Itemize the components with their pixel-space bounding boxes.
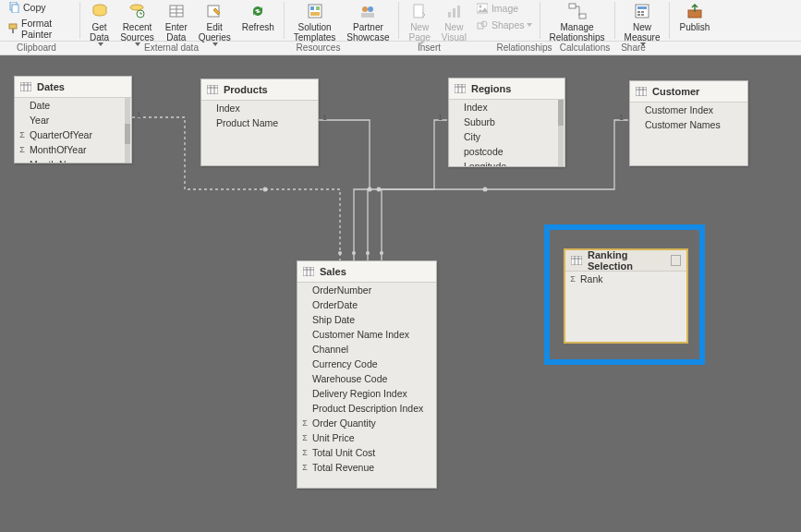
ribbon-group-external-data: Get Data Recent Sources Enter Data Edit … <box>80 0 284 41</box>
svg-rect-31 <box>637 11 640 13</box>
model-canvas[interactable]: 1 1 1 1 Dates DateYearΣQuarterOfYearΣMon… <box>0 55 801 532</box>
field-label: Month Name <box>30 159 85 163</box>
field-row[interactable]: Year <box>15 113 131 127</box>
sigma-icon: Σ <box>18 130 27 139</box>
new-visual-button[interactable]: New Visual <box>436 0 472 42</box>
field-row[interactable]: Month Name <box>15 157 131 163</box>
field-label: Total Revenue <box>312 462 374 473</box>
new-measure-button[interactable]: New Measure <box>619 0 666 46</box>
dropdown-icon <box>418 42 423 46</box>
field-row[interactable]: Delivery Region Index <box>297 386 436 401</box>
cardinality-label: 1 <box>322 113 327 122</box>
table-header[interactable]: Dates <box>15 77 131 98</box>
manage-relationships-button[interactable]: Manage Relationships <box>544 0 611 42</box>
table-regions[interactable]: Regions IndexSuburbCitypostcodeLongitude <box>448 78 565 167</box>
field-row[interactable]: OrderDate <box>297 297 436 312</box>
field-row[interactable]: ΣRank <box>565 272 686 286</box>
enter-data-icon <box>167 2 186 20</box>
refresh-icon <box>249 2 267 20</box>
field-row[interactable]: City <box>449 129 564 144</box>
dropdown-icon <box>212 42 218 46</box>
field-row[interactable]: Customer Names <box>630 117 747 132</box>
ribbon: Copy Format Painter Get Data Recent Sour… <box>0 0 801 42</box>
field-row[interactable]: Customer Name Index <box>297 327 436 342</box>
partner-showcase-button[interactable]: Partner Showcase <box>341 0 394 42</box>
field-row[interactable]: ΣTotal Revenue <box>297 460 436 475</box>
refresh-button[interactable]: Refresh <box>237 0 280 32</box>
scrollbar[interactable] <box>125 98 130 163</box>
svg-rect-2 <box>9 24 17 29</box>
table-header[interactable]: Products <box>201 79 318 101</box>
edit-queries-button[interactable]: Edit Queries <box>193 0 237 46</box>
group-label-relationships: Relationships <box>492 42 557 54</box>
sigma-icon: Σ <box>18 145 27 154</box>
field-row[interactable]: Warehouse Code <box>297 371 436 386</box>
maximize-icon[interactable] <box>671 255 681 266</box>
field-row[interactable]: Date <box>15 98 131 113</box>
enter-data-label: Enter Data <box>165 22 188 42</box>
field-label: Ship Date <box>312 314 355 325</box>
scroll-thumb[interactable] <box>125 124 130 144</box>
table-title: Ranking Selection <box>588 249 671 272</box>
new-page-icon <box>410 2 429 20</box>
table-fields: DateYearΣQuarterOfYearΣMonthOfYearMonth … <box>15 98 131 163</box>
table-header[interactable]: Sales <box>297 261 436 283</box>
field-row[interactable]: Currency Code <box>297 357 436 371</box>
table-header[interactable]: Customer <box>630 81 747 103</box>
field-row[interactable]: Customer Index <box>630 103 747 117</box>
recent-sources-button[interactable]: Recent Sources <box>115 0 160 46</box>
scroll-thumb[interactable] <box>558 100 564 126</box>
field-row[interactable]: Index <box>201 101 318 115</box>
table-dates[interactable]: Dates DateYearΣQuarterOfYearΣMonthOfYear… <box>14 76 132 163</box>
svg-rect-64 <box>571 256 582 265</box>
format-painter-button[interactable]: Format Painter <box>4 16 76 42</box>
manage-relationships-icon <box>568 2 587 20</box>
scrollbar[interactable] <box>558 100 564 166</box>
table-sales[interactable]: Sales OrderNumberOrderDateShip DateCusto… <box>297 260 437 489</box>
new-measure-icon <box>633 2 651 20</box>
field-label: Delivery Region Index <box>312 388 407 399</box>
table-header[interactable]: Ranking Selection <box>565 250 686 272</box>
field-row[interactable]: postcode <box>449 144 564 159</box>
new-page-button[interactable]: New Page <box>403 0 435 46</box>
field-row[interactable]: ΣOrder Quantity <box>297 416 436 430</box>
table-header[interactable]: Regions <box>449 79 564 100</box>
sigma-icon: Σ <box>300 448 309 457</box>
field-row[interactable]: Suburb <box>449 115 564 129</box>
field-row[interactable]: ΣUnit Price <box>297 430 436 445</box>
field-row[interactable]: ΣTotal Unit Cost <box>297 445 436 460</box>
field-label: Total Unit Cost <box>312 447 375 458</box>
image-button[interactable]: Image <box>472 0 536 17</box>
table-products[interactable]: Products IndexProduct Name <box>200 79 319 166</box>
field-label: Product Description Index <box>312 403 423 414</box>
sigma-icon: Σ <box>568 274 577 284</box>
field-row[interactable]: ΣQuarterOfYear <box>15 127 131 142</box>
field-row[interactable]: OrderNumber <box>297 283 436 297</box>
copy-icon <box>7 1 20 14</box>
table-ranking-selection[interactable]: Ranking Selection ΣRank <box>564 248 688 344</box>
field-row[interactable]: Ship Date <box>297 312 436 327</box>
copy-button[interactable]: Copy <box>4 0 50 16</box>
field-label: Index <box>464 102 488 113</box>
get-data-label: Get Data <box>90 22 109 42</box>
publish-button[interactable]: Publish <box>674 0 715 32</box>
field-label: Suburb <box>464 116 495 127</box>
field-row[interactable]: Product Name <box>201 115 318 130</box>
get-data-button[interactable]: Get Data <box>84 0 115 46</box>
field-row[interactable]: Index <box>449 100 564 115</box>
publish-icon <box>686 2 704 20</box>
enter-data-button[interactable]: Enter Data <box>160 0 193 42</box>
solution-templates-button[interactable]: Solution Templates <box>288 0 342 42</box>
table-icon <box>636 87 647 96</box>
shapes-button[interactable]: Shapes <box>472 17 536 33</box>
ribbon-group-resources: Solution Templates Partner Showcase <box>285 0 399 41</box>
field-row[interactable]: ΣMonthOfYear <box>15 142 131 157</box>
publish-label: Publish <box>679 22 710 32</box>
ribbon-group-insert: New Page New Visual Image Shapes <box>399 0 539 41</box>
dropdown-icon <box>135 42 140 46</box>
field-row[interactable]: Product Description Index <box>297 401 436 416</box>
field-row[interactable]: Longitude <box>449 159 564 166</box>
field-row[interactable]: Channel <box>297 342 436 357</box>
shapes-icon <box>476 18 489 31</box>
table-customer[interactable]: Customer Customer IndexCustomer Names <box>629 80 748 166</box>
